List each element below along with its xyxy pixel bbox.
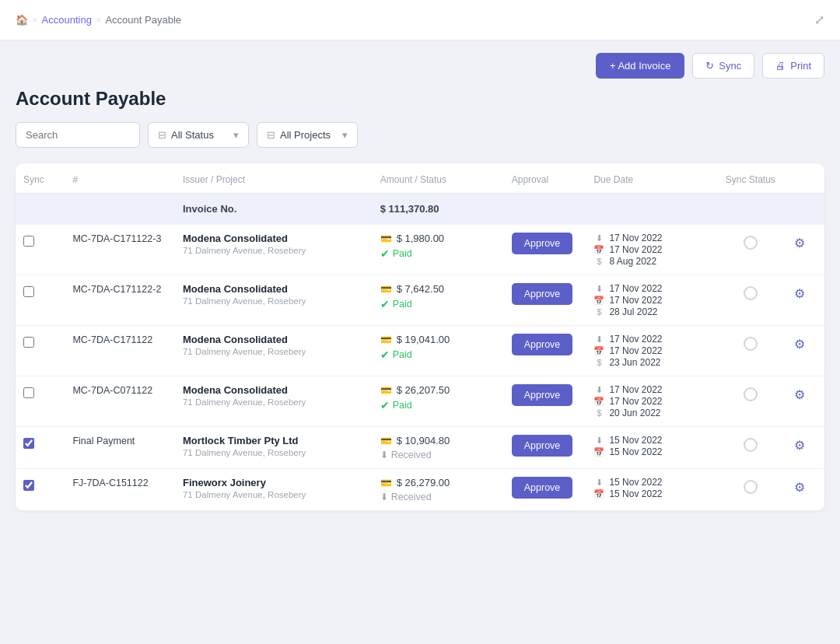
add-invoice-button[interactable]: + Add Invoice	[596, 53, 684, 79]
gear-button[interactable]: ⚙	[791, 283, 808, 304]
sync-status-indicator	[744, 387, 758, 401]
gear-button[interactable]: ⚙	[791, 334, 808, 355]
amount-cell: 💳$ 26,279.00⬇Received	[373, 469, 504, 511]
th-number: #	[65, 163, 175, 194]
invoice-number: FJ-7DA-C151122	[72, 478, 148, 488]
approval-cell: Approve	[504, 469, 586, 511]
home-icon[interactable]: 🏠	[16, 14, 28, 26]
due-date-calendar: 15 Nov 2022	[609, 488, 662, 499]
status-badge: Paid	[393, 299, 412, 310]
due-date-cell: ⬇ 17 Nov 2022 📅 17 Nov 2022 $ 8 Aug 2022	[586, 225, 717, 275]
checkbox-cell	[16, 326, 65, 376]
dollar-icon: $	[593, 257, 604, 266]
due-date-download: 17 Nov 2022	[609, 283, 662, 294]
due-date-calendar-row: 📅 17 Nov 2022	[593, 295, 709, 306]
due-date-download-row: ⬇ 15 Nov 2022	[593, 435, 709, 446]
due-date-calendar-row: 📅 17 Nov 2022	[593, 345, 709, 356]
status-badge: Paid	[393, 248, 412, 259]
gear-button[interactable]: ⚙	[791, 477, 808, 498]
table-row: Final PaymentMortlock Timber Pty Ltd71 D…	[16, 427, 824, 469]
summary-syncstatus-cell	[718, 194, 784, 225]
due-date-calendar: 17 Nov 2022	[609, 396, 662, 407]
approval-cell: Approve	[504, 376, 586, 427]
sync-status-indicator	[744, 236, 758, 250]
checkbox-cell	[16, 225, 65, 275]
row-checkbox[interactable]	[23, 337, 34, 348]
actions-cell: ⚙	[783, 326, 824, 376]
due-date-download: 15 Nov 2022	[609, 477, 662, 488]
due-date-dollar-row: $ 28 Jul 2022	[593, 306, 709, 317]
due-date-cell: ⬇ 15 Nov 2022 📅 15 Nov 2022	[586, 469, 717, 511]
sync-status-indicator	[744, 480, 758, 494]
card-icon: 💳	[380, 436, 392, 446]
paid-check-icon: ✔	[380, 399, 390, 411]
status-badge: Paid	[393, 349, 412, 360]
table-scroll-wrapper[interactable]: Sync # Issuer / Project Amount / Status …	[16, 163, 824, 511]
due-date-cell: ⬇ 17 Nov 2022 📅 17 Nov 2022 $ 23 Jun 202…	[586, 326, 717, 376]
due-date-download: 17 Nov 2022	[609, 384, 662, 395]
status-filter[interactable]: ⊟ All Status ▾	[148, 122, 249, 148]
due-date-download: 17 Nov 2022	[609, 334, 662, 345]
row-checkbox[interactable]	[23, 236, 34, 247]
table-row: MC-7DA-C171122-3Modena Consolidated71 Da…	[16, 225, 824, 275]
chevron-down-icon-status: ▾	[233, 129, 239, 141]
expand-icon[interactable]: ⤢	[814, 12, 824, 27]
breadcrumb-accounting[interactable]: Accounting	[42, 14, 92, 26]
due-date-dollar: 28 Jul 2022	[609, 306, 657, 317]
row-checkbox[interactable]	[23, 387, 34, 398]
paid-check-icon: ✔	[380, 298, 390, 310]
invoice-number-cell: MC-7DA-C171122-3	[65, 225, 175, 275]
approve-button[interactable]: Approve	[512, 435, 573, 457]
due-date-calendar-row: 📅 15 Nov 2022	[593, 446, 709, 457]
gear-button[interactable]: ⚙	[791, 233, 808, 254]
invoice-number: Final Payment	[72, 436, 135, 446]
approval-cell: Approve	[504, 225, 586, 275]
due-date-calendar-row: 📅 17 Nov 2022	[593, 244, 709, 255]
issuer-name: Modena Consolidated	[183, 233, 365, 244]
download-icon: ⬇	[593, 478, 604, 488]
amount-value: $ 1,980.00	[397, 233, 444, 244]
approve-button[interactable]: Approve	[512, 384, 573, 406]
th-sync: Sync	[16, 163, 65, 194]
approve-button[interactable]: Approve	[512, 233, 573, 254]
row-checkbox[interactable]	[23, 286, 34, 297]
filter-bar: ⊟ All Status ▾ ⊟ All Projects ▾	[16, 122, 824, 148]
approve-button[interactable]: Approve	[512, 477, 573, 499]
invoice-number-cell: FJ-7DA-C151122	[65, 469, 175, 511]
summary-approval-cell	[504, 194, 586, 225]
print-button[interactable]: 🖨 Print	[762, 53, 824, 79]
issuer-name: Fineworx Joinery	[183, 477, 365, 488]
due-date-cell: ⬇ 15 Nov 2022 📅 15 Nov 2022	[586, 427, 717, 469]
due-date-dollar-row: $ 23 Jun 2022	[593, 357, 709, 368]
row-checkbox[interactable]	[23, 438, 34, 449]
invoice-number: MC-7DA-C071122	[72, 385, 152, 396]
amount-cell: 💳$ 19,041.00✔Paid	[373, 326, 504, 376]
search-input[interactable]	[16, 122, 140, 148]
issuer-cell: Fineworx Joinery71 Dalmeny Avenue, Roseb…	[175, 469, 373, 511]
card-icon: 💳	[380, 478, 392, 488]
issuer-name: Modena Consolidated	[183, 384, 365, 396]
sync-button[interactable]: ↻ Sync	[692, 53, 754, 79]
due-date-download: 15 Nov 2022	[609, 435, 662, 446]
sync-status-cell	[718, 225, 784, 275]
table-row: MC-7DA-C071122Modena Consolidated71 Dalm…	[16, 376, 824, 427]
amount-value: $ 10,904.80	[397, 435, 450, 446]
gear-button[interactable]: ⚙	[791, 384, 808, 405]
due-date-calendar: 15 Nov 2022	[609, 446, 662, 457]
summary-sync-cell	[16, 194, 65, 225]
summary-row: Invoice No. $ 111,370.80	[16, 194, 824, 225]
sync-status-cell	[718, 275, 784, 326]
sync-status-indicator	[744, 438, 758, 452]
breadcrumb: 🏠 » Accounting » Account Payable	[16, 14, 181, 26]
gear-button[interactable]: ⚙	[791, 435, 808, 456]
table-header-row: Sync # Issuer / Project Amount / Status …	[16, 163, 824, 194]
projects-filter[interactable]: ⊟ All Projects ▾	[257, 122, 358, 148]
card-icon: 💳	[380, 233, 392, 244]
approve-button[interactable]: Approve	[512, 334, 573, 355]
status-badge: Received	[391, 450, 432, 460]
approve-button[interactable]: Approve	[512, 283, 573, 305]
due-date-dollar: 20 Jun 2022	[609, 408, 660, 418]
checkbox-cell	[16, 376, 65, 427]
dollar-icon: $	[593, 408, 604, 418]
row-checkbox[interactable]	[23, 480, 34, 491]
